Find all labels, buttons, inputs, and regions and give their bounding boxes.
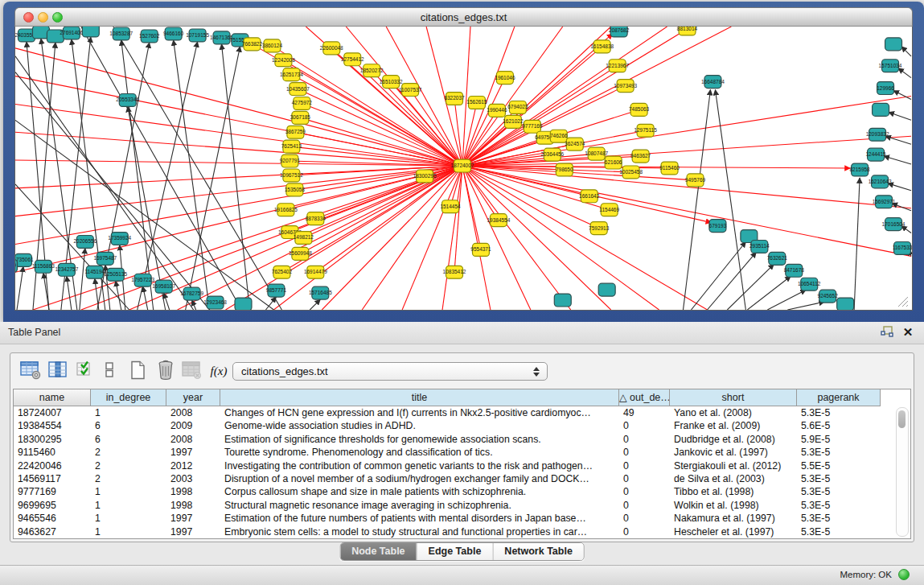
graph-node[interactable]: 9554371 <box>470 243 491 256</box>
graph-node[interactable]: 8215958 <box>849 163 870 176</box>
graph-node[interactable]: 12242008 <box>272 54 295 67</box>
tab-network-table[interactable]: Network Table <box>492 543 584 560</box>
graph-node[interactable]: 7485063 <box>629 103 650 116</box>
graph-node[interactable]: 12975115 <box>634 124 657 137</box>
graph-node[interactable]: 20553346 <box>116 94 139 107</box>
graph-node[interactable]: 1562615 <box>466 97 487 109</box>
graph-node[interactable]: 1154469 <box>599 204 619 216</box>
graph-node[interactable]: 11007537 <box>399 84 422 97</box>
graph-node[interactable]: 9115460 <box>659 162 680 175</box>
graph-node[interactable]: 17359924 <box>108 233 131 245</box>
table-row[interactable]: 1872400712008Changes of HCN gene express… <box>14 406 910 419</box>
tab-node-table[interactable]: Node Table <box>340 543 416 560</box>
graph-node[interactable]: 1961046 <box>495 72 515 84</box>
graph-node[interactable] <box>837 298 854 310</box>
graph-node[interactable]: 16958107 <box>152 280 175 293</box>
graph-node[interactable]: 12093832 <box>866 128 889 141</box>
table-row[interactable]: 1456911722003Disruption of a novel membe… <box>14 472 910 485</box>
column-header-out_de[interactable]: △ out_de… <box>619 389 670 406</box>
network-canvas[interactable]: 2403557227691406108532871527602946616010… <box>14 27 913 311</box>
new-column-button[interactable] <box>126 359 150 383</box>
table-row[interactable]: 946362711997Embryonic stem cells: a mode… <box>14 525 910 538</box>
table-settings-button[interactable] <box>18 359 43 383</box>
table-row[interactable]: 911546021997Tourette syndrome. Phenomeno… <box>14 446 910 459</box>
graph-node[interactable]: 9466160 <box>163 27 184 40</box>
window-titlebar[interactable]: citations_edges.txt <box>14 7 913 27</box>
graph-node[interactable]: 1167533 <box>893 241 912 254</box>
graph-node[interactable]: 16251734 <box>280 68 303 81</box>
graph-hub-node[interactable]: 18724007 <box>451 159 474 172</box>
graph-node[interactable]: 10853287 <box>109 27 133 40</box>
graph-node[interactable]: 18300295 <box>413 170 437 183</box>
graph-node[interactable] <box>82 27 99 37</box>
graph-node[interactable]: 1661642 <box>579 190 600 203</box>
graph-node[interactable]: 15609948 <box>289 247 312 260</box>
column-header-short[interactable]: short <box>670 389 797 406</box>
column-header-name[interactable]: name <box>14 389 91 406</box>
graph-node[interactable]: 16975487 <box>93 252 117 265</box>
graph-node[interactable]: 39159 <box>15 259 17 272</box>
graph-node[interactable]: 15751034 <box>879 60 902 72</box>
graph-node[interactable]: 18520272 <box>360 64 384 77</box>
close-panel-button[interactable]: ✕ <box>900 325 916 340</box>
graph-node[interactable]: 10967512 <box>280 169 303 182</box>
graph-node[interactable]: 9207791 <box>280 154 301 167</box>
graph-node[interactable]: 9463627 <box>630 150 651 163</box>
graph-node[interactable] <box>235 298 252 310</box>
scrollbar-thumb[interactable] <box>898 410 906 428</box>
graph-node[interactable]: 1990446 <box>487 104 507 117</box>
citation-network-graph[interactable]: 2403557227691406108532871527602946616010… <box>15 27 912 310</box>
table-selector[interactable]: citations_edges.txt <box>232 362 548 381</box>
graph-node[interactable]: 7625402 <box>272 266 293 278</box>
graph-node[interactable]: 621606 <box>605 156 622 169</box>
column-header-in_degree[interactable]: in_degree <box>91 389 166 406</box>
graph-node[interactable]: 12342757 <box>55 263 78 276</box>
graph-node[interactable]: 10719155 <box>186 29 209 42</box>
function-builder-button[interactable]: f(x) <box>207 359 231 383</box>
graph-node[interactable]: 6322037 <box>444 93 465 105</box>
graph-node[interactable]: 17016504 <box>882 218 906 231</box>
graph-node[interactable]: 10435607 <box>286 83 310 96</box>
table-row[interactable]: 977716911998Corpus callosum shape and si… <box>14 485 910 498</box>
tab-edge-table[interactable]: Edge Table <box>417 543 493 560</box>
graph-node[interactable]: 19384554 <box>487 214 511 227</box>
table-row[interactable]: 969969511998Structural magnetic resonanc… <box>14 499 910 512</box>
graph-node[interactable]: 7625413 <box>281 140 302 153</box>
graph-node[interactable]: 9857771 <box>266 284 287 297</box>
graph-node[interactable]: 15692971 <box>873 196 896 208</box>
graph-node[interactable]: 8878334 <box>306 212 326 225</box>
graph-node[interactable]: 3860124 <box>262 39 283 52</box>
graph-node[interactable]: 9495769 <box>685 174 706 187</box>
graph-node[interactable]: 10654112 <box>798 278 821 290</box>
graph-node[interactable]: 10835412 <box>443 266 466 278</box>
memory-ok-indicator[interactable] <box>898 569 910 580</box>
graph-node[interactable]: 12923468 <box>203 296 227 309</box>
graph-node[interactable]: 1621022 <box>503 115 524 128</box>
graph-node[interactable]: 798650 <box>556 163 573 176</box>
graph-node[interactable]: 1514454 <box>440 200 461 213</box>
graph-node[interactable]: 1145194 <box>84 266 105 278</box>
graph-node[interactable]: 12754412 <box>341 53 364 66</box>
table-row[interactable]: 1830029562008Estimation of significance … <box>14 433 910 446</box>
graph-node[interactable]: 8471678 <box>784 264 805 277</box>
graph-node[interactable]: 1535058 <box>285 183 306 196</box>
graph-node[interactable]: 11156863 <box>32 260 55 273</box>
graph-node[interactable]: 20206556 <box>73 236 97 249</box>
graph-node[interactable]: 1244415 <box>865 148 886 161</box>
graph-node[interactable]: 7592913 <box>589 222 610 235</box>
graph-node[interactable]: 4275972 <box>292 97 313 110</box>
graph-node[interactable]: 15716485 <box>309 286 332 299</box>
graph-node[interactable] <box>873 103 889 116</box>
graph-node[interactable]: 9245652 <box>818 290 839 303</box>
graph-node[interactable]: 2087682 <box>609 27 630 37</box>
graph-node[interactable]: 7663822 <box>242 38 263 51</box>
graph-node[interactable]: 16648784 <box>701 76 725 89</box>
rows-button[interactable] <box>97 359 121 383</box>
column-header-year[interactable]: year <box>166 389 220 406</box>
graph-node[interactable]: 1735061 <box>15 253 34 266</box>
graph-node[interactable]: 3624574 <box>565 138 585 150</box>
graph-node[interactable]: 7632621 <box>767 252 788 265</box>
graph-node[interactable]: 3067185 <box>290 111 311 124</box>
graph-node[interactable]: 8813014 <box>677 27 698 35</box>
graph-node[interactable]: 10025458 <box>619 166 643 179</box>
